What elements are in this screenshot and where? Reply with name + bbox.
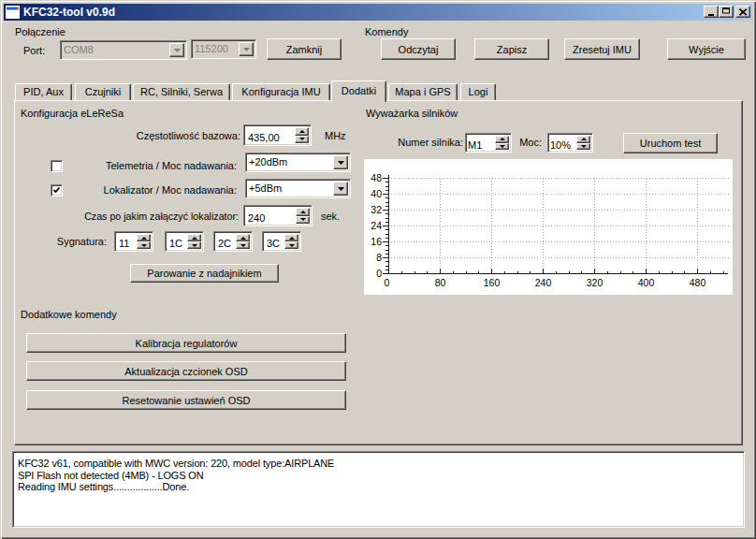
svg-text:0: 0 [385, 277, 390, 288]
svg-text:400: 400 [638, 277, 655, 288]
svg-text:160: 160 [484, 277, 501, 288]
svg-text:80: 80 [435, 277, 446, 288]
svg-text:24: 24 [371, 220, 382, 231]
svg-text:32: 32 [371, 204, 382, 215]
svg-text:320: 320 [587, 277, 603, 288]
svg-text:48: 48 [371, 172, 382, 183]
svg-text:40: 40 [371, 188, 382, 199]
svg-text:8: 8 [376, 252, 382, 263]
svg-text:0: 0 [376, 268, 382, 279]
svg-text:240: 240 [535, 277, 552, 288]
svg-text:480: 480 [690, 277, 706, 288]
svg-text:16: 16 [371, 236, 382, 247]
